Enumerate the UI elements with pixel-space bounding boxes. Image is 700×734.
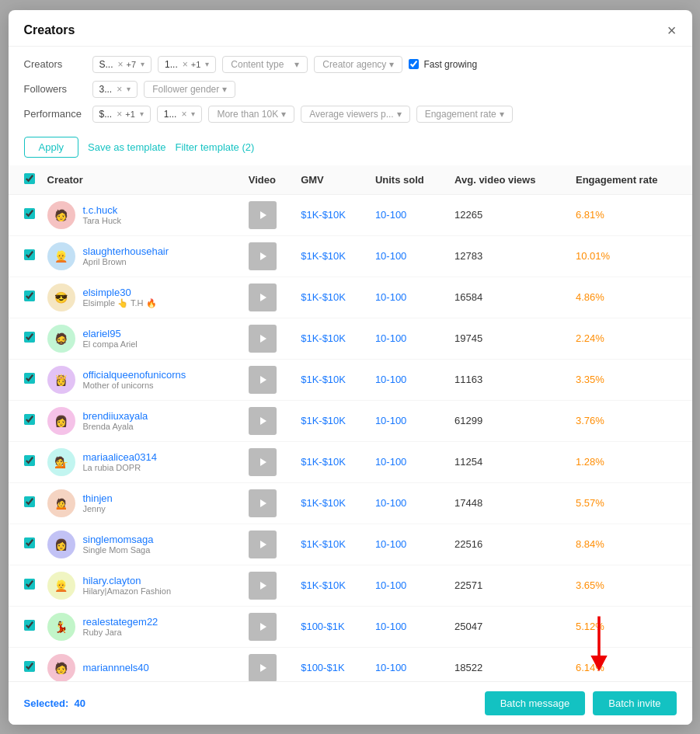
save-template-link[interactable]: Save as template xyxy=(88,141,165,153)
follower-gender-arrow-icon: ▾ xyxy=(222,84,227,95)
table-row: 👱slaughterhousehairApril Brown$1K-$10K10… xyxy=(9,235,692,277)
fast-growing-checkbox[interactable] xyxy=(409,59,419,69)
svg-marker-9 xyxy=(260,582,266,590)
units-sold-value: 10-100 xyxy=(369,235,448,277)
row-checkbox[interactable] xyxy=(24,414,35,425)
video-thumbnail[interactable] xyxy=(249,489,277,517)
creator-name[interactable]: realestategem22 xyxy=(83,616,158,628)
video-thumbnail[interactable] xyxy=(249,572,277,600)
perf-tag-1[interactable]: $... × +1 ▾ xyxy=(92,106,151,123)
engagement-rate-value: 3.35% xyxy=(569,359,692,400)
creator-info: brendiiuxayalaBrenda Ayala xyxy=(83,410,148,431)
avg-views-value: 16584 xyxy=(448,277,569,318)
table-row: 🧑mariannnels40$100-$1K10-100185226.14% xyxy=(9,647,692,681)
row-checkbox[interactable] xyxy=(24,208,35,219)
close-button[interactable]: × xyxy=(667,23,677,38)
row-checkbox[interactable] xyxy=(24,620,35,631)
avg-views-value: 22516 xyxy=(448,524,569,565)
video-thumbnail[interactable] xyxy=(249,407,277,435)
perf-tag-1-arrow[interactable]: ▾ xyxy=(140,110,144,118)
row-checkbox[interactable] xyxy=(24,290,35,301)
creator-name[interactable]: hilary.clayton xyxy=(83,575,172,586)
perf-tag-2-close[interactable]: × xyxy=(181,109,186,120)
perf-tag-2-arrow[interactable]: ▾ xyxy=(191,110,195,118)
modal-footer: Selected: 40 Batch message Batch invite xyxy=(9,681,692,725)
action-row: Apply Save as template Filter template (… xyxy=(9,130,692,165)
video-thumbnail[interactable] xyxy=(249,284,277,311)
batch-invite-button[interactable]: Batch invite xyxy=(593,691,676,715)
creator-name[interactable]: mariannnels40 xyxy=(83,662,149,673)
avg-viewers-arrow-icon: ▾ xyxy=(397,109,402,120)
units-sold-value: 10-100 xyxy=(369,482,448,524)
svg-marker-4 xyxy=(260,376,266,384)
select-all-checkbox[interactable] xyxy=(24,173,35,184)
avg-viewers-select[interactable]: Average viewers p... ▾ xyxy=(301,106,410,123)
row-checkbox[interactable] xyxy=(24,373,35,384)
creator-name[interactable]: t.c.huck xyxy=(83,204,122,216)
creator-name[interactable]: slaughterhousehair xyxy=(83,245,169,257)
units-sold-value: 10-100 xyxy=(369,400,448,441)
creator-name[interactable]: brendiiuxayala xyxy=(83,410,148,422)
video-thumbnail[interactable] xyxy=(249,201,277,229)
creator-tag-2[interactable]: 1... × +1 ▾ xyxy=(158,56,216,73)
gmv-value: $1K-$10K xyxy=(294,482,369,524)
modal-title: Creators xyxy=(24,23,75,37)
modal-header: Creators × xyxy=(9,10,692,47)
video-thumbnail[interactable] xyxy=(249,654,277,681)
creator-name[interactable]: officialqueenofunicorns xyxy=(83,369,186,381)
filter-template-link[interactable]: Filter template (2) xyxy=(175,141,254,153)
video-thumbnail[interactable] xyxy=(249,530,277,558)
content-type-select[interactable]: Content type ▾ xyxy=(222,56,308,73)
engagement-rate-arrow-icon: ▾ xyxy=(500,109,504,120)
row-checkbox[interactable] xyxy=(24,496,35,507)
video-thumbnail[interactable] xyxy=(249,325,277,353)
avg-views-value: 12265 xyxy=(448,194,569,235)
row-checkbox[interactable] xyxy=(24,249,35,260)
follower-tag[interactable]: 3... × ▾ xyxy=(92,81,138,98)
video-thumbnail[interactable] xyxy=(249,242,277,270)
row-checkbox[interactable] xyxy=(24,332,35,343)
video-thumbnail[interactable] xyxy=(249,366,277,394)
col-video: Video xyxy=(242,165,294,195)
table-row: 🙍thinjenJenny$1K-$10K10-100174485.57% xyxy=(9,482,692,524)
engagement-rate-value: 5.12% xyxy=(569,606,692,647)
engagement-rate-value: 5.57% xyxy=(569,482,692,524)
avg-views-value: 19745 xyxy=(448,318,569,359)
creator-info: elsimple30Elsimple 👆 T.H 🔥 xyxy=(83,287,157,308)
creator-cell: 👩singlemomsagaSingle Mom Saga xyxy=(47,530,236,558)
follower-gender-select[interactable]: Follower gender ▾ xyxy=(144,81,235,98)
creator-tag-1-arrow[interactable]: ▾ xyxy=(141,60,145,68)
creator-info: realestategem22Ruby Jara xyxy=(83,616,158,637)
batch-message-button[interactable]: Batch message xyxy=(485,691,586,715)
creator-name[interactable]: elsimple30 xyxy=(83,287,157,298)
units-sold-value: 10-100 xyxy=(369,565,448,606)
engagement-rate-select[interactable]: Engagement rate ▾ xyxy=(416,106,513,123)
creator-tag-1[interactable]: S... × +7 ▾ xyxy=(92,56,152,73)
creator-name[interactable]: mariaalicea0314 xyxy=(83,451,157,463)
perf-tag-2[interactable]: 1... × ▾ xyxy=(157,106,203,123)
video-thumbnail[interactable] xyxy=(249,448,277,476)
creator-tag-1-close[interactable]: × xyxy=(118,59,124,70)
creator-name[interactable]: singlemomsaga xyxy=(83,534,154,545)
follower-tag-arrow[interactable]: ▾ xyxy=(127,85,131,93)
more-than-10k-select[interactable]: More than 10K ▾ xyxy=(208,106,294,123)
svg-marker-7 xyxy=(260,499,266,507)
modal-overlay: Creators × Creators S... × +7 ▾ 1... × +… xyxy=(0,0,700,734)
filter-area: Creators S... × +7 ▾ 1... × +1 ▾ Content… xyxy=(9,47,692,130)
follower-tag-close[interactable]: × xyxy=(117,84,122,95)
row-checkbox[interactable] xyxy=(24,455,35,466)
creator-name[interactable]: thinjen xyxy=(83,492,113,504)
row-checkbox[interactable] xyxy=(24,579,35,590)
avg-views-value: 12783 xyxy=(448,235,569,277)
apply-button[interactable]: Apply xyxy=(24,137,79,158)
creator-name[interactable]: elariel95 xyxy=(83,328,138,339)
creator-tag-2-arrow[interactable]: ▾ xyxy=(205,60,209,68)
row-checkbox[interactable] xyxy=(24,537,35,548)
creator-info: singlemomsagaSingle Mom Saga xyxy=(83,534,154,555)
video-thumbnail[interactable] xyxy=(249,613,277,641)
row-checkbox[interactable] xyxy=(24,661,35,672)
creator-agency-select[interactable]: Creator agency ▾ xyxy=(314,56,402,73)
creator-tag-2-close[interactable]: × xyxy=(183,59,188,70)
svg-marker-10 xyxy=(260,623,266,631)
perf-tag-1-close[interactable]: × xyxy=(117,109,122,120)
